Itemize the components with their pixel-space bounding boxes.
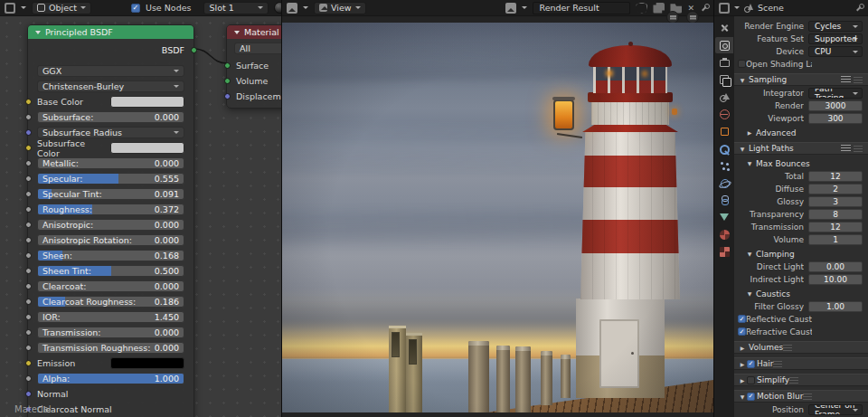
node-slider-field[interactable]: Sheen: 0.168 — [37, 250, 184, 261]
node-socket[interactable] — [25, 99, 32, 105]
properties-row[interactable]: Volume Volume 1 — [734, 233, 868, 245]
section-arrow-icon[interactable]: ▼ — [738, 393, 747, 400]
properties-row[interactable]: Refractive Caustics Refractive Caustics — [734, 326, 868, 337]
properties-row[interactable]: Indirect Light Indirect Light 10.00 — [734, 273, 868, 285]
node-socket[interactable] — [25, 299, 32, 305]
checkbox[interactable] — [747, 393, 755, 401]
node-slider-field[interactable]: Clearcoat Roughness: 0.186 — [37, 296, 184, 308]
properties-row[interactable]: Direct Light Direct Light 0.00 — [734, 261, 868, 272]
node-socket[interactable] — [25, 329, 32, 336]
node-slider-field[interactable]: Specular Tint: 0.091 — [37, 188, 184, 200]
node-input-row[interactable]: Sheen: 0.168 Sheen: Sheen: — [37, 250, 184, 261]
node-socket[interactable] — [25, 191, 32, 197]
section-arrow-icon[interactable]: ▼ — [745, 251, 754, 257]
properties-row[interactable]: ▼ Light Paths Light Paths — [734, 142, 868, 155]
node-socket[interactable] — [25, 391, 32, 397]
node-socket[interactable] — [224, 62, 231, 69]
node-slider-field[interactable]: Roughness: 0.372 — [37, 204, 184, 215]
property-field[interactable]: Path Tracing — [808, 88, 863, 99]
drag-grip-icon[interactable] — [803, 393, 812, 400]
property-field[interactable]: CPU — [808, 46, 863, 57]
node-socket[interactable] — [25, 114, 32, 120]
property-field[interactable]: Cycles — [808, 21, 863, 32]
node-slider-field[interactable]: Transmission Roughness: 0.000 — [37, 342, 184, 354]
properties-row[interactable]: Viewport Viewport 300 — [734, 112, 868, 124]
bsdf-output-socket[interactable] — [191, 47, 197, 53]
collapse-arrow-icon[interactable] — [234, 31, 240, 34]
property-field[interactable]: 2 — [808, 184, 863, 194]
properties-row[interactable]: ▶ Volumes Volumes — [734, 341, 868, 354]
node-header[interactable]: Material Output — [227, 25, 281, 39]
output-target-dropdown[interactable]: All — [234, 43, 281, 54]
property-field[interactable]: 12 — [808, 171, 863, 182]
checkbox[interactable] — [738, 327, 746, 336]
node-socket[interactable] — [224, 93, 231, 100]
properties-row[interactable]: ▼ Max Bounces Max Bounces — [734, 157, 868, 169]
material-output-node[interactable]: Material Output All Surface Volume — [226, 24, 281, 109]
properties-row[interactable]: Diffuse Diffuse 2 — [734, 183, 868, 194]
node-input-row[interactable]: Emission Emission Emission — [37, 357, 184, 369]
node-input-row[interactable]: Clearcoat Normal Clearcoat Normal Clearc… — [37, 403, 184, 415]
node-input-row[interactable]: IOR: 1.450 IOR: IOR: — [37, 311, 184, 323]
node-slider-field[interactable]: Specular: 0.555 — [37, 173, 184, 185]
checkbox[interactable] — [747, 360, 755, 368]
pin-icon[interactable] — [854, 4, 863, 13]
drag-grip-icon[interactable] — [783, 345, 792, 351]
node-socket[interactable] — [25, 206, 32, 213]
property-field[interactable]: 12 — [808, 222, 863, 232]
properties-row[interactable]: Reflective Caustics Reflective Caustics — [734, 313, 868, 325]
property-field[interactable]: Supported — [808, 33, 863, 44]
node-input-row[interactable]: Transmission: 0.000 Transmission: Transm… — [37, 327, 184, 338]
node-input-row[interactable]: Sheen Tint: 0.500 Sheen Tint: Sheen Tint… — [37, 265, 184, 277]
overlay-button[interactable] — [666, 11, 679, 24]
node-input-row[interactable]: Specular Tint: 0.091 Specular Tint: Spec… — [37, 188, 184, 200]
node-slider-field[interactable]: Anisotropic Rotation: 0.000 — [37, 234, 184, 246]
presets-icon[interactable] — [841, 76, 851, 83]
new-image-icon[interactable] — [653, 3, 665, 14]
properties-row[interactable]: Transparency Transparency 8 — [734, 208, 868, 220]
shading-mode-dropdown[interactable]: Object — [32, 2, 91, 14]
properties-row[interactable]: Filter Glossy Filter Glossy 1.00 — [734, 300, 868, 312]
rendered-image[interactable] — [282, 23, 713, 412]
node-input-row[interactable]: Roughness: 0.372 Roughness: Roughness: — [37, 204, 184, 215]
node-socket[interactable] — [25, 160, 32, 166]
node-socket[interactable] — [25, 314, 32, 320]
drag-grip-icon[interactable] — [789, 377, 798, 384]
node-input-row[interactable]: Clearcoat: 0.000 Clearcoat: Clearcoat: — [37, 280, 184, 292]
image-name-field[interactable]: Render Result — [533, 2, 630, 14]
node-header[interactable]: Principled BSDF — [28, 25, 193, 39]
property-field[interactable]: 10.00 — [808, 274, 863, 285]
node-input-row[interactable]: Subsurface: 0.000 Subsurface: Subsurface… — [37, 111, 184, 123]
checkbox[interactable] — [747, 376, 755, 384]
node-socket[interactable] — [25, 222, 32, 228]
properties-row[interactable]: ▼ Caustics Caustics — [734, 288, 868, 299]
node-input-row[interactable]: Transmission Roughness: 0.000 Transmissi… — [37, 342, 184, 354]
node-input-row[interactable]: Alpha: 1.000 Alpha: Alpha: — [37, 373, 184, 384]
node-dropdown[interactable]: Christensen-Burley — [37, 81, 184, 92]
properties-row[interactable]: ▶ Simplify Simplify — [734, 374, 868, 386]
node-socket[interactable] — [25, 237, 32, 243]
node-input-row[interactable]: Anisotropic Rotation: 0.000 Anisotropic … — [37, 234, 184, 246]
node-input-row[interactable]: Base Color Base Color Base Color — [37, 96, 184, 108]
section-arrow-icon[interactable]: ▶ — [738, 361, 747, 367]
properties-row[interactable]: Position Position Center on Frame — [734, 403, 868, 415]
properties-row[interactable]: Integrator Integrator Path Tracing — [734, 87, 868, 99]
editor-type-icon[interactable] — [719, 3, 730, 14]
slot-dropdown[interactable]: Slot 1 — [203, 2, 269, 14]
drag-grip-icon[interactable] — [854, 77, 863, 83]
collapse-arrow-icon[interactable] — [35, 31, 41, 34]
node-socket[interactable] — [25, 252, 32, 259]
node-slider-field[interactable]: IOR: 1.450 — [37, 311, 184, 323]
node-slider-field[interactable]: Transmission: 0.000 — [37, 327, 184, 338]
node-socket[interactable] — [25, 345, 32, 351]
node-slider-field[interactable]: Metallic: 0.000 — [37, 157, 184, 169]
section-arrow-icon[interactable]: ▼ — [745, 160, 754, 166]
node-input-row[interactable]: Clearcoat Roughness: 0.186 Clearcoat Rou… — [37, 296, 184, 308]
properties-row[interactable]: ▶ Hair Hair — [734, 357, 868, 370]
node-slider-field[interactable]: Sheen Tint: 0.500 — [37, 265, 184, 277]
node-slider-field[interactable]: Anisotropic: 0.000 — [37, 219, 184, 231]
fake-user-icon[interactable] — [636, 3, 647, 14]
principled-bsdf-node[interactable]: Principled BSDF BSDF GGX — [27, 24, 194, 417]
node-input-row[interactable]: Displacement — [236, 90, 281, 102]
property-field[interactable]: Center on Frame — [808, 404, 863, 415]
